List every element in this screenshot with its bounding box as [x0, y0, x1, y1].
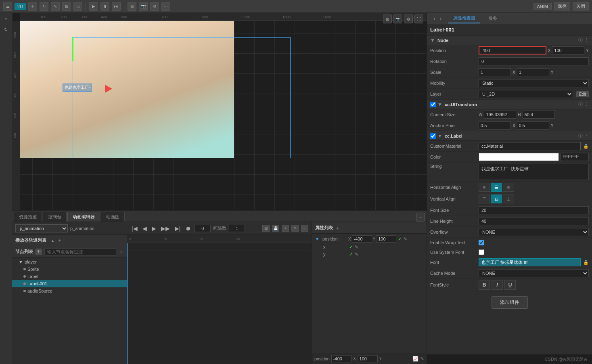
nav-back-btn[interactable]: ‹ [432, 15, 437, 22]
tl-prev-btn[interactable]: ◀ [141, 225, 148, 232]
tl-start-btn[interactable]: |◀ [130, 225, 139, 232]
play-icon[interactable]: ▶ [89, 2, 98, 11]
overflow-select[interactable]: NONE [479, 228, 589, 236]
bottom-pos-y[interactable] [358, 355, 378, 362]
tl-end-btn[interactable]: ▶| [174, 225, 182, 232]
scale-y-input[interactable] [517, 68, 549, 76]
tab-assets[interactable]: 资源预览 [14, 212, 42, 222]
step-icon[interactable]: ⏭ [112, 2, 121, 11]
right-tab-service[interactable]: 服务 [483, 14, 502, 23]
left-tool-1[interactable]: ≡ [2, 15, 10, 23]
tab-control[interactable]: 控制台 [43, 212, 67, 222]
line-height-input[interactable] [479, 217, 589, 225]
tl-frame-input[interactable] [195, 225, 211, 232]
h-align-right-btn[interactable]: ≡ [503, 183, 514, 192]
tl-record-btn[interactable]: ⏺ [184, 225, 192, 232]
tl-list-icon[interactable]: ≡ [291, 225, 299, 232]
tab-anim-editor[interactable]: 动画编辑器 [67, 212, 100, 222]
more-icon[interactable]: ⋯ [161, 2, 170, 11]
move-icon[interactable]: ✛ [28, 2, 37, 11]
tl-add-icon[interactable]: + [282, 225, 289, 232]
label-help-icon[interactable]: ⓘ [578, 133, 583, 139]
node-search[interactable] [44, 248, 116, 255]
eye-icon[interactable]: 👁 [36, 249, 42, 255]
right-tab-inspector[interactable]: 属性检查器 [448, 13, 480, 23]
italic-btn[interactable]: I [492, 280, 503, 290]
tree-item-audiosource[interactable]: audioSource [12, 287, 127, 295]
cache-mode-select[interactable]: NONE [479, 269, 589, 277]
menu-icon[interactable]: ☰ [3, 2, 12, 11]
tl-more-icon[interactable]: ⋯ [301, 225, 308, 232]
settings-icon[interactable]: ⚙ [150, 2, 159, 11]
uitransform-enable-check[interactable] [430, 102, 436, 107]
nav-fwd-btn[interactable]: › [438, 15, 443, 22]
tl-save-icon[interactable]: 💾 [272, 225, 279, 232]
pause-icon[interactable]: ⏸ [100, 2, 109, 11]
scene-viewport[interactable]: 100 200 300 400 500 700 900 1100 1300 16… [12, 13, 427, 211]
transform-icon[interactable]: ⊞ [62, 2, 71, 11]
anchor-x-input[interactable] [479, 121, 511, 130]
attr-add-btn[interactable]: + [335, 225, 340, 231]
v-align-top-btn[interactable]: ⊤ [479, 195, 490, 203]
tree-item-label-001[interactable]: Label-001 [12, 280, 127, 287]
scale-icon[interactable]: ⤡ [51, 2, 60, 11]
h-align-left-btn[interactable]: ≡ [479, 183, 490, 192]
layer-select[interactable]: UI_2D [479, 90, 573, 98]
node-help-icon[interactable]: ⓘ [578, 37, 583, 43]
anim-btn[interactable]: ANIM [533, 3, 552, 10]
bottom-chart-icon[interactable]: 📈 [412, 356, 418, 362]
node-add-btn[interactable]: + [119, 249, 123, 255]
tab-anim-graph[interactable]: 动画图 [101, 212, 125, 222]
uitransform-more-icon[interactable]: ⋮ [584, 102, 589, 107]
vp-settings-btn[interactable]: ⚙ [404, 15, 413, 23]
anchor-y-input[interactable] [517, 121, 549, 130]
label-enable-check[interactable] [430, 133, 436, 139]
grid-icon[interactable]: ⊞ [128, 2, 136, 11]
bold-btn[interactable]: B [479, 280, 490, 290]
tl-grid-icon[interactable]: ⊞ [262, 225, 270, 232]
vp-camera-btn[interactable]: 📷 [393, 15, 402, 23]
font-lock[interactable]: 🔒 [583, 260, 589, 265]
custom-material-lock[interactable]: 🔒 [583, 144, 589, 149]
content-size-w-input[interactable] [484, 111, 516, 119]
rotate-icon[interactable]: ↻ [40, 2, 48, 11]
anim-select[interactable]: p_animation [15, 224, 68, 232]
tree-item-sprite[interactable]: Sprite [12, 266, 127, 273]
attr-pos-x[interactable] [352, 235, 372, 243]
custom-material-input[interactable] [479, 142, 581, 150]
bottom-pencil-icon[interactable]: ✎ [420, 356, 424, 362]
font-size-input[interactable] [479, 206, 589, 214]
enable-wrap-check[interactable] [479, 240, 484, 245]
mode-2d-btn[interactable]: 2D [15, 3, 26, 10]
node-section-header[interactable]: ▼ Node ⓘ ⋮ [427, 36, 592, 45]
tl-next-btn[interactable]: ▶▶ [160, 225, 171, 232]
uitransform-help-icon[interactable]: ⓘ [578, 101, 583, 107]
vp-fullscreen-btn[interactable]: ⛶ [414, 15, 423, 23]
rect-icon[interactable]: ▭ [73, 2, 82, 11]
label-section-header[interactable]: ▼ cc.Label ⓘ ⋮ [427, 131, 592, 141]
h-align-center-btn[interactable]: ☰ [491, 183, 502, 192]
tree-item-player[interactable]: ▼ player [12, 258, 127, 266]
close-btn[interactable]: 关闭 [573, 2, 589, 10]
attr-pos-y[interactable] [376, 235, 396, 243]
expand-icon[interactable]: ▼ [315, 237, 319, 241]
camera-icon[interactable]: 📷 [139, 2, 148, 11]
v-align-middle-btn[interactable]: ⊟ [491, 195, 502, 203]
left-tool-2[interactable]: ↻ [2, 25, 10, 34]
bottom-pos-x[interactable] [331, 355, 351, 362]
save-btn[interactable]: 保存 [554, 2, 570, 10]
tree-item-label[interactable]: Label [12, 273, 127, 280]
mobility-select[interactable]: Static [479, 79, 589, 87]
timeline-tracks[interactable] [127, 243, 312, 364]
label-more-icon[interactable]: ⋮ [584, 133, 589, 138]
vp-grid-btn[interactable]: ⊞ [383, 15, 392, 23]
playback-add-btn[interactable]: + [57, 237, 62, 244]
tab-more-btn[interactable]: ⋯ [416, 213, 425, 222]
position-x-input[interactable] [479, 46, 546, 54]
scale-x-input[interactable] [479, 68, 511, 76]
font-input[interactable] [479, 258, 581, 266]
add-comp-btn[interactable]: 添加组件 [492, 296, 528, 309]
use-sys-font-check[interactable] [479, 249, 484, 255]
v-align-bottom-btn[interactable]: ⊥ [503, 195, 514, 203]
underline-btn[interactable]: U [504, 280, 516, 290]
